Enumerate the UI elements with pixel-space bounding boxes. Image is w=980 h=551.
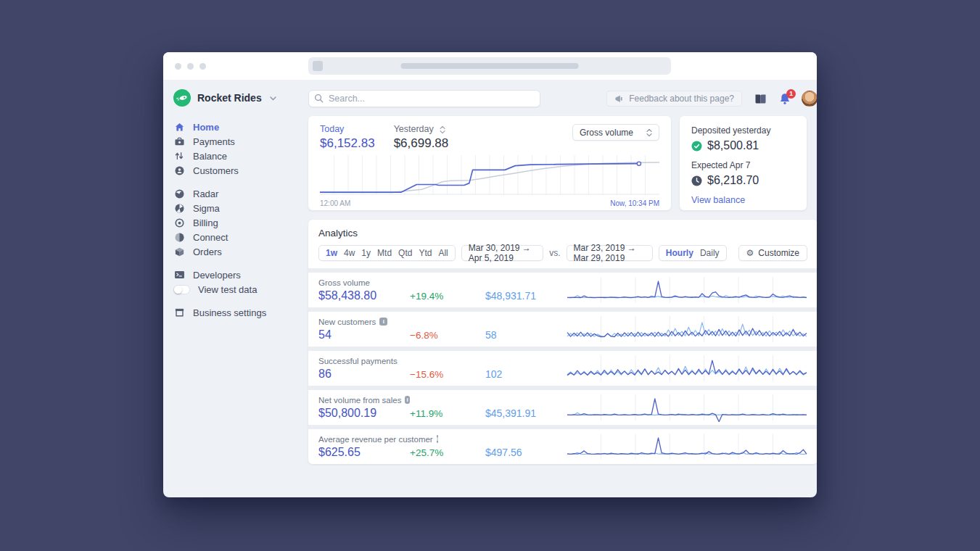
connect-icon [173, 232, 185, 243]
metric-previous-value: $497.56 [485, 436, 567, 458]
metric-value: $58,438.80 [318, 289, 410, 302]
sidebar-item-view-test-data[interactable]: View test data [173, 282, 308, 297]
x-axis-now-label: Now, 10:34 PM [610, 199, 659, 207]
megaphone-icon [614, 95, 624, 103]
metric-select[interactable]: Gross volume [572, 124, 659, 141]
view-test-data-toggle[interactable] [173, 285, 190, 294]
select-chevrons-icon [646, 128, 652, 137]
window-controls [163, 63, 206, 70]
metric-rows: Gross volume$58,438.80+19.4%$48,931.71Ne… [308, 273, 817, 464]
sidebar-item-radar[interactable]: Radar [173, 186, 308, 201]
period-tab-mtd[interactable]: Mtd [377, 248, 392, 258]
sidebar-item-payments[interactable]: Payments [173, 134, 308, 149]
analytics-card: Analytics 1w4w1yMtdQtdYtdAll Mar 30, 201… [308, 220, 817, 464]
clock-icon [691, 175, 702, 186]
date-range-compare[interactable]: Mar 23, 2019 → Mar 29, 2019 [567, 245, 653, 261]
metric-row-average-revenue-per-customer[interactable]: Average revenue per customeri$625.65+25.… [308, 429, 817, 464]
brand-name: Rocket Rides [197, 92, 262, 104]
metric-delta: +11.9% [410, 397, 485, 419]
period-tab-qtd[interactable]: Qtd [398, 248, 412, 258]
balance-icon [173, 151, 185, 161]
topbar: Feedback about this page? 1 [308, 90, 817, 107]
metric-value: 54 [318, 328, 410, 341]
period-tab-ytd[interactable]: Ytd [419, 248, 432, 258]
sidebar-item-developers[interactable]: Developers [173, 268, 308, 282]
avatar[interactable] [802, 91, 817, 107]
view-balance-link[interactable]: View balance [691, 195, 795, 205]
payments-icon [173, 137, 185, 146]
docs-button[interactable] [754, 94, 767, 104]
main-content: Feedback about this page? 1 [308, 80, 817, 497]
feedback-label: Feedback about this page? [629, 94, 734, 104]
account-switcher[interactable]: Rocket Rides [173, 89, 308, 107]
today-label: Today [320, 124, 375, 134]
window-zoom-icon [199, 63, 206, 70]
deposited-value: $8,500.81 [707, 139, 759, 152]
metric-delta: −15.6% [410, 357, 485, 380]
sidebar-item-orders[interactable]: Orders [173, 244, 308, 259]
favicon-placeholder [313, 61, 323, 71]
granularity-tab-hourly[interactable]: Hourly [666, 248, 693, 258]
developers-icon [173, 270, 185, 279]
period-tab-all[interactable]: All [438, 248, 448, 258]
sidebar-item-customers[interactable]: Customers [173, 163, 308, 178]
metric-label: Successful payments [318, 357, 410, 365]
today-value: $6,152.83 [320, 136, 375, 151]
metric-row-gross-volume[interactable]: Gross volume$58,438.80+19.4%$48,931.71 [308, 273, 817, 307]
sidebar-item-billing[interactable]: Billing [173, 215, 308, 230]
metric-previous-value: 102 [485, 357, 567, 380]
chevron-down-icon [270, 96, 276, 101]
period-selector: 1w4w1yMtdQtdYtdAll [318, 245, 456, 261]
period-tab-4w[interactable]: 4w [344, 248, 355, 258]
sidebar-item-label: Billing [193, 218, 218, 228]
feedback-button[interactable]: Feedback about this page? [606, 91, 742, 107]
customize-button[interactable]: ⚙ Customize [738, 245, 807, 261]
analytics-title: Analytics [318, 228, 807, 239]
sidebar-item-label: Balance [193, 151, 227, 162]
expected-label: Expected Apr 7 [691, 160, 795, 170]
metric-row-net-volume-from-sales[interactable]: Net volume from salesi$50,800.19+11.9%$4… [308, 390, 817, 425]
browser-window: Rocket Rides HomePaymentsBalanceCustomer… [163, 52, 817, 497]
metric-sparkline [567, 276, 807, 304]
metric-delta: −6.8% [410, 318, 485, 341]
balance-card: Deposited yesterday $8,500.81 Expected A… [680, 116, 807, 210]
metric-label: New customersi [318, 318, 410, 326]
info-icon[interactable]: i [379, 318, 387, 326]
granularity-tab-daily[interactable]: Daily [700, 248, 720, 258]
sidebar-item-label: Connect [193, 232, 228, 243]
settings-icon [173, 307, 185, 318]
metric-row-new-customers[interactable]: New customersi54−6.8%58 [308, 312, 817, 347]
sidebar-item-business-settings[interactable]: Business settings [173, 305, 308, 320]
sidebar-item-balance[interactable]: Balance [173, 149, 308, 163]
vs-label: vs. [549, 248, 560, 258]
deposited-label: Deposited yesterday [691, 125, 795, 136]
metric-sparkline [567, 354, 807, 383]
metric-value: $625.65 [318, 446, 410, 459]
metric-delta: +25.7% [410, 436, 485, 458]
metric-sparkline [567, 432, 807, 461]
book-icon [754, 94, 767, 104]
metric-previous-value: $45,391.91 [485, 397, 567, 419]
sidebar-nav: HomePaymentsBalanceCustomersRadarSigmaBi… [173, 120, 308, 320]
sidebar-item-home[interactable]: Home [173, 120, 308, 134]
sidebar-item-label: Orders [193, 246, 222, 257]
sidebar-item-sigma[interactable]: Sigma [173, 201, 308, 215]
notifications-button[interactable]: 1 [779, 93, 791, 105]
search-input[interactable] [308, 90, 540, 107]
yesterday-metric: Yesterday $6,699.88 [394, 124, 449, 151]
period-tab-1y[interactable]: 1y [361, 248, 371, 258]
metric-row-successful-payments[interactable]: Successful payments86−15.6%102 [308, 351, 817, 386]
period-tab-1w[interactable]: 1w [326, 248, 337, 258]
info-icon[interactable]: i [405, 396, 410, 404]
metric-value: 86 [318, 368, 410, 381]
sort-updown-icon[interactable] [440, 125, 445, 134]
sidebar-item-label: View test data [198, 284, 257, 295]
overview-line-chart [320, 155, 659, 197]
overview-chart-card: Today $6,152.83 Yesterday [308, 116, 671, 210]
home-icon [173, 122, 185, 133]
expected-value: $6,218.70 [707, 174, 759, 187]
today-metric: Today $6,152.83 [320, 124, 375, 151]
granularity-selector: HourlyDaily [659, 245, 727, 261]
date-range-primary[interactable]: Mar 30, 2019 → Apr 5, 2019 [461, 245, 543, 261]
sidebar-item-connect[interactable]: Connect [173, 230, 308, 244]
